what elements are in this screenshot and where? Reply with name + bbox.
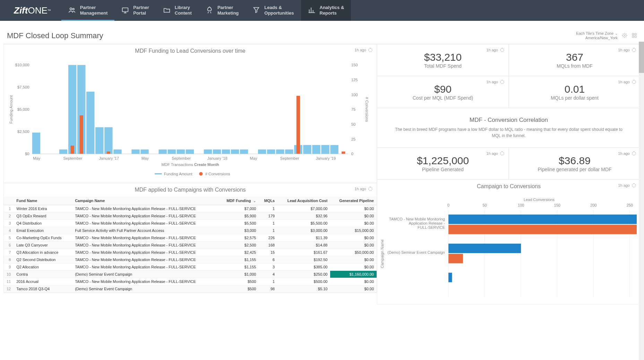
svg-rect-57 [70,146,74,154]
chart-campaign-conversions[interactable]: Lead ConversionsCampaign Name05010015020… [379,195,637,302]
metric-tile[interactable]: 1h ago$33,210Total MDF Spend [377,44,509,76]
table-header[interactable]: Fund Name [14,196,72,205]
table-cell: (Demo) Seminar Event Campaign [72,271,218,278]
chart-title: MDF Funding to Lead Conversions over tim… [4,44,377,58]
table-cell: 8 [4,256,14,263]
correlation-text: The best in breed MDF programs have a lo… [391,126,626,139]
svg-text:200: 200 [590,203,596,208]
table-cell: 12 [4,285,14,293]
table-cell: 3 [259,263,277,271]
monitor-icon [121,6,129,15]
table-row[interactable]: 7Q3 Allocation in advanceTAMCO - New Mob… [4,249,377,256]
svg-rect-22 [32,133,40,154]
table-header[interactable]: MQLs [259,196,277,205]
svg-rect-6 [632,36,634,37]
nav-partner-marketing[interactable]: Partner Marketing [199,0,246,21]
svg-rect-33 [131,150,139,154]
table-header[interactable]: Lead Acquisition Cost [277,196,330,205]
nav-library-content[interactable]: Library Content [156,0,199,21]
table-cell: $3,000 [218,227,259,234]
nav-leads-opportunities[interactable]: Leads & Opportunities [246,0,301,21]
nav-label: Partner Marketing [217,5,239,16]
metric-label: Pipeline Generated [381,167,505,172]
svg-text:# Conversions: # Conversions [205,172,230,176]
settings-icon[interactable] [622,33,627,39]
table-cell: 1 [259,220,277,227]
metric-value: $36.89 [513,155,637,167]
metric-tile[interactable]: 1h ago$1,225,000Pipeline Generated [377,148,509,179]
table-row[interactable]: 112016 AccrualTAMCO - New Mobile Monitor… [4,278,377,285]
table-cell: TAMCO - New Mobile Monitoring Applicatio… [72,234,218,242]
svg-text:May: May [250,156,257,160]
table-cell: $7,000 [218,205,259,212]
nav-label: Library Content [175,5,192,16]
table-row[interactable]: 12Tamco 2018 Q3-Q4(Demo) Seminar Event C… [4,285,377,293]
svg-rect-30 [104,127,112,154]
time-ago: 1h ago [486,48,498,52]
metric-tile[interactable]: 1h ago$90Cost per MQL (MDF Spend) [377,76,509,108]
spinner-icon [368,187,372,191]
svg-text:25: 25 [351,137,356,141]
table-cell: $5,900 [218,212,259,220]
table-row[interactable]: 10Contra(Demo) Seminar Event Campaign$1,… [4,271,377,278]
table-cell: $5,500.00 [277,220,330,227]
timezone-selector[interactable]: Each Tile's Time Zone⌄ America/New_York [576,31,618,40]
table-cell: TAMCO - New Mobile Monitoring Applicatio… [72,220,218,227]
table-cell: Winter 2016 Extra [14,205,72,212]
table-row[interactable]: 8Q2 Second DistributionTAMCO - New Mobil… [4,256,377,263]
table-header[interactable]: Generated Pipeline [330,196,377,205]
table-cell: Contra [14,271,72,278]
metric-tile[interactable]: 1h ago367MQLs from MDF [509,44,641,76]
table-cell: $0.00 [330,205,377,212]
table-cell: $5,500 [218,220,259,227]
nav-label: Partner Portal [133,5,149,16]
table-row[interactable]: 6Late Q3 CarryoverTAMCO - New Mobile Mon… [4,242,377,249]
table-header[interactable]: Campaign Name [72,196,218,205]
table-row[interactable]: 2Q3 OpEx RewardTAMCO - New Mobile Monito… [4,212,377,220]
table-row[interactable]: 1Winter 2016 ExtraTAMCO - New Mobile Mon… [4,205,377,212]
tile-campaign-conversions: Campaign to Conversions 1h ago Lead Conv… [377,179,641,304]
svg-rect-26 [68,65,76,154]
svg-text:May: May [33,156,41,160]
metric-tile[interactable]: 1h ago$36.89Pipeline generated per dolla… [509,148,641,179]
svg-text:TAMCO - New Mobile Monitoring: TAMCO - New Mobile Monitoring [389,217,445,221]
table-row[interactable]: 9Q2 AllocationTAMCO - New Mobile Monitor… [4,263,377,271]
table-cell: TAMCO - New Mobile Monitoring Applicatio… [72,242,218,249]
top-nav: ZiftONE™ Partner Management Partner Port… [0,0,644,21]
svg-rect-58 [79,116,83,154]
svg-text:100: 100 [518,203,524,208]
campaigns-table[interactable]: Fund NameCampaign NameMDF Funding ⌄MQLsL… [4,196,377,293]
table-row[interactable]: 3Q4 DistributionTAMCO - New Mobile Monit… [4,220,377,227]
chart-funding-conversions[interactable]: Funding Amount# Conversions$0$2,500$5,00… [7,61,370,179]
nav-analytics-reports[interactable]: Analytics & Reports [301,0,351,21]
time-ago: 1h ago [486,80,498,84]
svg-rect-7 [635,36,636,37]
table-cell: TAMCO - New Mobile Monitoring Applicatio… [72,263,218,271]
table-header[interactable]: MDF Funding ⌄ [218,196,259,205]
svg-rect-34 [140,150,148,154]
brand-logo[interactable]: ZiftONE™ [0,0,61,21]
table-row[interactable]: 4Email ExecutionFull Service Activity wi… [4,227,377,234]
metric-tile[interactable]: 1h ago0.01MQLs per dollar spent [509,76,641,108]
tile-funding-conversions: MDF Funding to Lead Conversions over tim… [3,44,377,183]
nav-partner-management[interactable]: Partner Management [61,0,114,21]
table-cell: 2 [4,212,14,220]
table-row[interactable]: 5Co-Marketing OpEx FundsTAMCO - New Mobi… [4,234,377,242]
nav-label: Analytics & Reports [320,5,344,16]
spinner-icon [500,151,504,156]
table-cell: (Demo) Seminar Event Campaign [72,285,218,293]
table-cell: 1 [259,278,277,285]
chart-icon [308,6,316,15]
time-ago: 1h ago [618,48,630,52]
table-header[interactable] [4,196,14,205]
table-cell: $0.00 [330,234,377,242]
grid-icon[interactable] [632,33,637,39]
vertical-scrollbar[interactable] [639,42,644,304]
svg-text:Funding Amount: Funding Amount [164,172,193,176]
table-cell: Co-Marketing OpEx Funds [14,234,72,242]
table-cell: $2,500 [218,242,259,249]
table-cell: 11 [4,278,14,285]
tile-mdf-campaigns-table: MDF applied to Campaigns with Conversion… [3,183,377,293]
nav-partner-portal[interactable]: Partner Portal [114,0,156,21]
svg-rect-41 [204,150,212,154]
